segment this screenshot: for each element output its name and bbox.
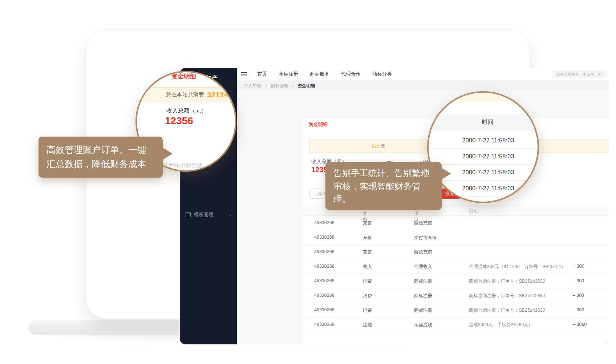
cell-desc: 提现3000元，手续费2%(60元)	[469, 322, 530, 328]
table-row-1: 48330268充值支付宝充值	[302, 230, 609, 245]
cell-project: 商标注册	[414, 293, 432, 299]
magnified-banner-prefix: 您在本站共消费	[166, 91, 204, 98]
cell-amount: – 300	[573, 278, 584, 283]
nav-item-4[interactable]: 商标分类	[366, 71, 398, 77]
top-nav-items: 首页商标注册商标服务代理合作商标分类	[251, 68, 398, 80]
cell-type: 消费	[363, 293, 372, 299]
pagination: < 12345	[605, 341, 609, 344]
nav-item-2[interactable]: 商标服务	[304, 71, 335, 77]
cell-project: 商标注册	[414, 307, 432, 314]
cell-order: 48330268	[314, 322, 335, 327]
magnified-time-header: 时间	[427, 114, 539, 130]
table-row-6: 48330268消费商标注册商标自助注册，订单号：SB2514263J– 300…	[302, 303, 609, 318]
tab-funds-detail[interactable]: 资金明细	[309, 121, 328, 128]
cell-order: 48330268	[314, 293, 335, 298]
cell-order: 48330268	[314, 249, 335, 254]
content-area: 资金明细 820 元 收入总额（元） 12356 （元） 可用余额（元） 376	[237, 90, 609, 344]
cell-desc: 商标自助注册，订单号：SB2514263J	[469, 278, 545, 284]
cell-order: 48330268	[314, 307, 335, 312]
breadcrumb-separator: >	[265, 83, 267, 88]
breadcrumb: 个人中心 > 财务管理 > 资金明细	[244, 83, 315, 89]
table-row-7: 48330268提现余额提现提现3000元，手续费2%(60元)– 3060¥ …	[302, 318, 609, 332]
cell-desc: 商标自助注册，订单号：SB2514263J	[469, 307, 545, 314]
cell-amount: – 3060	[573, 322, 587, 327]
cell-project: 微信充值	[414, 220, 432, 226]
search-input[interactable]	[552, 70, 607, 78]
nav-item-3[interactable]: 代理合作	[335, 71, 366, 77]
callout-right-line: 理。	[333, 193, 434, 206]
cell-project: 代理收入	[414, 264, 432, 270]
cell-amount: + 300	[573, 264, 584, 269]
cell-desc: 商标自助注册，订单号：SB2514263J	[469, 293, 545, 299]
callout-left-line: 汇总数据，降低财务成本	[46, 157, 155, 171]
cell-amount: – 300	[573, 293, 584, 298]
table-row-4: 48330268消费商标注册商标自助注册，订单号：SB2514263J– 300…	[302, 274, 609, 288]
table-row-5: 48330268消费商标注册商标自助注册，订单号：SB2514263J– 300…	[302, 288, 609, 303]
prev-page-button[interactable]: <	[605, 341, 609, 344]
cell-type: 充值	[363, 235, 372, 241]
magnified-banner: 您在本站共消费 32124	[135, 87, 236, 102]
cell-type: 收入	[363, 264, 372, 270]
callout-right-line: 告别手工统计、告别繁琐	[333, 167, 434, 180]
nav-item-1[interactable]: 商标注册	[273, 71, 304, 77]
magnified-income-label: 收入总额（元）	[166, 107, 207, 115]
callout-arrow-icon	[162, 147, 173, 160]
banner-unit: 元	[381, 143, 385, 149]
zoom-time-row-0: 2000-7-27 11:58:03	[429, 133, 538, 149]
cell-type: 提现	[363, 322, 372, 328]
cell-type: 充值	[363, 220, 372, 226]
cell-project: 余额提现	[414, 322, 432, 328]
cell-project: 微信充值	[414, 249, 432, 255]
magnified-keyword-placeholder: 订单号/说明关键	[162, 162, 202, 169]
table-row-2: 48330268充值微信充值2000-7-27 11:58:03	[302, 245, 609, 259]
table-row-0: 48330268充值微信充值	[302, 216, 609, 230]
sort-caret-icon[interactable]: ∨	[364, 210, 367, 214]
callout-left-line: 高效管理账户订单、一键	[46, 143, 155, 157]
callout-right: 告别手工统计、告别繁琐 审核，实现智能财务管 理。	[325, 162, 442, 210]
breadcrumb-item[interactable]: 个人中心	[244, 83, 262, 88]
cell-desc: 代理提成300元（ID:1245，订单号：SB45124）	[469, 264, 566, 270]
magnified-tab-label: 资金明细	[171, 72, 196, 81]
magnifier-circle-right: 时间 2000-7-27 11:58:032000-7-27 11:58:032…	[427, 91, 539, 203]
cell-order: 48330268	[314, 220, 335, 225]
table-body: 48330268充值微信充值48330268充值支付宝充值48330268充值微…	[302, 216, 609, 332]
callout-right-line: 审核，实现智能财务管	[333, 180, 434, 193]
callout-left: 高效管理账户订单、一键 汇总数据，降低财务成本	[38, 137, 163, 178]
marketing-canvas: F 头牌知产 账户管理∨财务管理∧在线充值资金明细订单管理我的优惠券我的发票模板…	[0, 0, 616, 364]
nav-item-0[interactable]: 首页	[251, 71, 273, 77]
magnified-income-value: 12356	[165, 115, 193, 127]
top-navbar: 首页商标注册商标服务代理合作商标分类	[237, 68, 609, 80]
chevron-down-icon: ∨	[229, 89, 232, 93]
hamburger-menu-icon[interactable]	[241, 72, 247, 76]
header-desc: 说明	[469, 208, 478, 214]
breadcrumb-separator: >	[292, 83, 294, 88]
cell-type: 消费	[363, 307, 372, 314]
sidebar-item-label: 模板管理	[194, 211, 214, 218]
cell-type: 充值	[363, 249, 372, 255]
breadcrumb-band: 个人中心 > 财务管理 > 资金明细	[237, 80, 609, 90]
chevron-down-icon: ∨	[229, 213, 232, 217]
cell-project: 支付宝充值	[414, 235, 437, 241]
table-row-3: 48330268收入代理收入代理提成300元（ID:1245，订单号：SB451…	[302, 259, 609, 274]
cell-amount: – 300	[573, 307, 584, 312]
cell-project: 商标注册	[414, 278, 432, 284]
cell-order: 48330268	[314, 264, 335, 269]
breadcrumb-item[interactable]: 财务管理	[271, 83, 288, 88]
template-icon	[186, 212, 191, 217]
callout-arrow-icon	[441, 168, 451, 179]
breadcrumb-current: 资金明细	[297, 83, 315, 88]
cell-order: 48330268	[314, 235, 335, 240]
cell-type: 消费	[363, 278, 372, 284]
sidebar-item-7[interactable]: 模板管理∨	[180, 209, 237, 221]
banner-amount: 820	[372, 144, 379, 149]
magnified-banner-amount: 32124	[207, 90, 228, 99]
zoom-time-row-1: 2000-7-27 11:58:03	[429, 149, 538, 165]
cell-order: 48330268	[314, 278, 335, 283]
sort-caret-icon[interactable]: ∨	[416, 210, 418, 214]
